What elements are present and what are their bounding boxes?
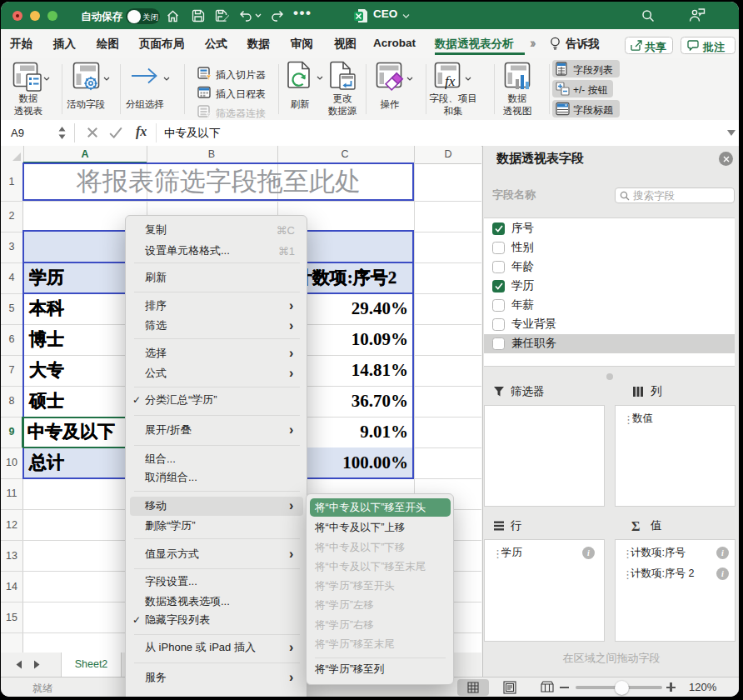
- svg-text:fx: fx: [445, 73, 456, 89]
